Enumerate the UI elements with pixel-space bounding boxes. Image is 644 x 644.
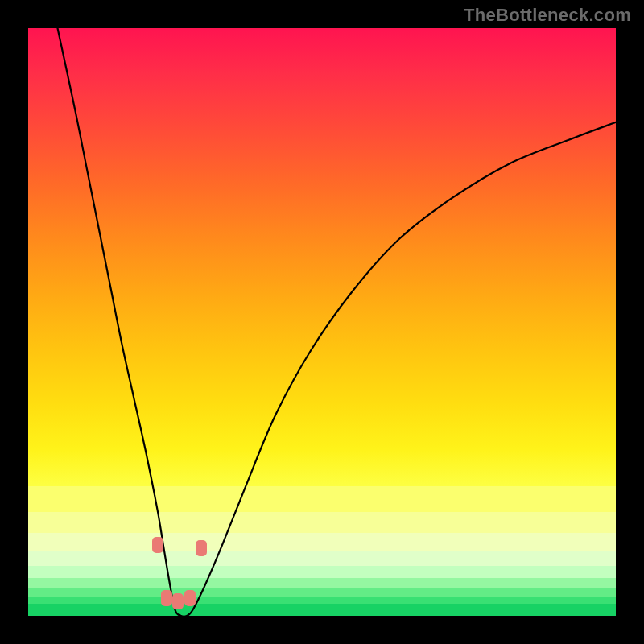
bottleneck-curve: [28, 28, 616, 616]
watermark-text: TheBottleneck.com: [464, 5, 631, 26]
curve-marker: [172, 593, 184, 609]
curve-marker: [196, 540, 207, 556]
curve-marker: [184, 590, 196, 606]
chart-frame: TheBottleneck.com: [0, 0, 644, 644]
curve-marker: [161, 590, 172, 606]
curve-marker: [152, 537, 163, 553]
plot-area: [28, 28, 616, 616]
